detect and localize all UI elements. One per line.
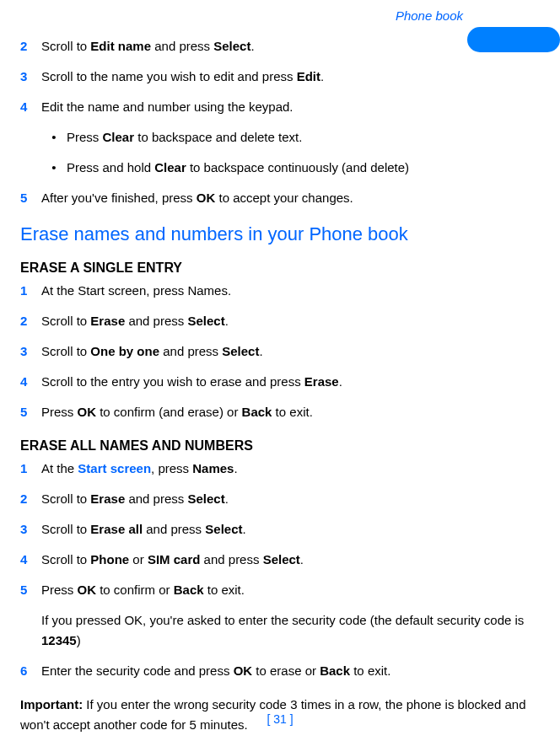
erase-single-step-1: 1 At the Start screen, press Names. bbox=[20, 281, 535, 301]
step-text: Scroll to Erase all and press Select. bbox=[41, 519, 535, 540]
step-2-edit-name: 2 Scroll to Edit name and press Select. bbox=[20, 36, 535, 56]
step-text: Scroll to Phone or SIM card and press Se… bbox=[41, 550, 535, 570]
step-number: 4 bbox=[20, 97, 41, 117]
subsection-heading-single: ERASE A SINGLE ENTRY bbox=[20, 258, 535, 278]
step-text: Edit the name and number using the keypa… bbox=[41, 97, 535, 117]
step-number: 1 bbox=[20, 281, 41, 301]
bullet-text: Press and hold Clear to backspace contin… bbox=[67, 158, 535, 178]
erase-all-step-1: 1 At the Start screen, press Names. bbox=[20, 459, 535, 479]
step-number: 1 bbox=[20, 459, 41, 479]
page-header: Phone book bbox=[20, 7, 535, 32]
step-text: Scroll to the name you wish to edit and … bbox=[41, 67, 535, 87]
step-text: Scroll to Erase and press Select. bbox=[41, 489, 535, 509]
step-text: Enter the security code and press OK to … bbox=[41, 661, 535, 681]
step-text: At the Start screen, press Names. bbox=[41, 281, 535, 301]
step-5-finish: 5 After you've finished, press OK to acc… bbox=[20, 188, 535, 208]
step-number: 6 bbox=[20, 661, 41, 681]
step-3-scroll-name: 3 Scroll to the name you wish to edit an… bbox=[20, 67, 535, 87]
erase-all-step-6: 6 Enter the security code and press OK t… bbox=[20, 661, 535, 681]
erase-single-section: ERASE A SINGLE ENTRY 1 At the Start scre… bbox=[20, 258, 535, 422]
start-screen-link[interactable]: Start screen bbox=[78, 461, 151, 475]
step-text: Scroll to Edit name and press Select. bbox=[41, 36, 535, 56]
erase-all-section: ERASE ALL NAMES AND NUMBERS 1 At the Sta… bbox=[20, 436, 535, 681]
page-tab-marker bbox=[467, 27, 560, 52]
step-number: 3 bbox=[20, 519, 41, 540]
step-number: 2 bbox=[20, 36, 41, 56]
bullet-text: Press Clear to backspace and delete text… bbox=[67, 127, 535, 148]
bullet-icon: • bbox=[41, 158, 67, 178]
bullet-clear-backspace: • Press Clear to backspace and delete te… bbox=[41, 127, 535, 148]
step-number: 3 bbox=[20, 67, 41, 87]
bullet-clear-hold: • Press and hold Clear to backspace cont… bbox=[41, 158, 535, 178]
erase-all-step-3: 3 Scroll to Erase all and press Select. bbox=[20, 519, 535, 540]
step-text: After you've finished, press OK to accep… bbox=[41, 188, 535, 208]
erase-single-step-2: 2 Scroll to Erase and press Select. bbox=[20, 311, 535, 331]
step-text: Press OK to confirm or Back to exit. bbox=[41, 580, 535, 600]
step-text: Scroll to the entry you wish to erase an… bbox=[41, 372, 535, 392]
step-number: 4 bbox=[20, 372, 41, 392]
important-label: Important: bbox=[20, 697, 83, 711]
erase-single-step-3: 3 Scroll to One by one and press Select. bbox=[20, 341, 535, 362]
step-number: 3 bbox=[20, 341, 41, 362]
header-title: Phone book bbox=[20, 7, 535, 26]
step-number: 2 bbox=[20, 489, 41, 509]
step-number: 4 bbox=[20, 550, 41, 570]
step-text: Scroll to One by one and press Select. bbox=[41, 341, 535, 362]
erase-all-step-2: 2 Scroll to Erase and press Select. bbox=[20, 489, 535, 509]
step-number: 5 bbox=[20, 188, 41, 208]
erase-single-step-4: 4 Scroll to the entry you wish to erase … bbox=[20, 372, 535, 392]
security-code-note: If you pressed OK, you're asked to enter… bbox=[41, 610, 535, 651]
erase-all-step-5: 5 Press OK to confirm or Back to exit. bbox=[20, 580, 535, 600]
step-4-edit-keypad: 4 Edit the name and number using the key… bbox=[20, 97, 535, 117]
step-number: 5 bbox=[20, 402, 41, 422]
subsection-heading-all: ERASE ALL NAMES AND NUMBERS bbox=[20, 436, 535, 456]
erase-single-step-5: 5 Press OK to confirm (and erase) or Bac… bbox=[20, 402, 535, 422]
step-text: Scroll to Erase and press Select. bbox=[41, 311, 535, 331]
page-number: [ 31 ] bbox=[0, 711, 560, 728]
step-number: 2 bbox=[20, 311, 41, 331]
step-text: Press OK to confirm (and erase) or Back … bbox=[41, 402, 535, 422]
step-number: 5 bbox=[20, 580, 41, 600]
erase-all-step-4: 4 Scroll to Phone or SIM card and press … bbox=[20, 550, 535, 570]
section-heading-erase: Erase names and numbers in your Phone bo… bbox=[20, 220, 535, 248]
step-text: At the Start screen, press Names. bbox=[41, 459, 535, 479]
bullet-icon: • bbox=[41, 127, 67, 148]
